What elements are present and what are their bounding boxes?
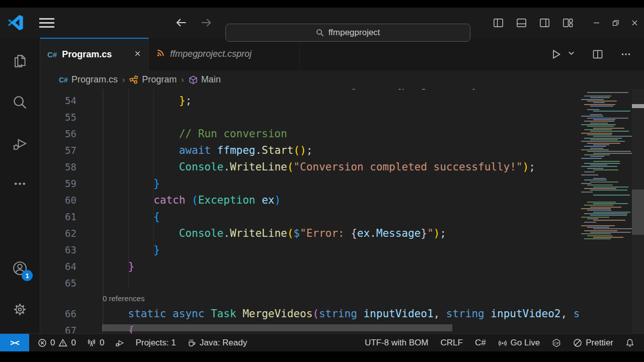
line-number[interactable]: 56 [40, 126, 103, 142]
files-icon [12, 53, 28, 69]
ports-status-item[interactable]: 0 [84, 334, 108, 351]
sidebar-item-explorer[interactable] [0, 47, 40, 75]
settings-gear-icon[interactable] [0, 295, 40, 323]
sidebar-item-run-debug[interactable] [0, 129, 40, 157]
code-line-text[interactable]: static async Task MergeVideos(string inp… [103, 306, 644, 322]
class-symbol-icon [129, 75, 138, 84]
line-number[interactable]: 62 [40, 225, 103, 242]
status-label: Go Live [511, 338, 540, 348]
java-status-status-item[interactable]: Java: Ready [184, 334, 251, 351]
close-tab-icon[interactable] [134, 49, 141, 60]
line-number[interactable]: 61 [40, 209, 103, 225]
restore-button[interactable] [606, 8, 625, 38]
csharp-extension-status-item[interactable]: C# [548, 334, 565, 351]
line-number[interactable]: 57 [40, 142, 103, 159]
language-status-item[interactable]: C# [471, 334, 490, 351]
line-number[interactable]: 59 [40, 175, 103, 192]
go-live-status-item[interactable]: Go Live [495, 334, 544, 351]
code-line-text[interactable] [103, 109, 644, 126]
code-line-text[interactable]: }; [103, 93, 644, 109]
sidebar-item-search[interactable] [0, 88, 40, 116]
line-number[interactable] [40, 89, 103, 93]
prettier-status-item[interactable]: Prettier [570, 334, 617, 351]
close-button[interactable] [625, 8, 644, 38]
line-number[interactable]: 54 [40, 93, 103, 109]
line-number[interactable]: 55 [40, 109, 103, 126]
search-value: ffmpegproject [329, 28, 380, 38]
more-views-icon[interactable] [0, 169, 40, 198]
code-line-text[interactable]: Console.WriteLine($"Progress: {progress:… [103, 89, 644, 93]
code-line-text[interactable]: // Run conversion [103, 126, 644, 142]
breadcrumb-item-class[interactable]: Program [129, 74, 177, 85]
customize-layout-icon[interactable] [562, 17, 574, 29]
code-editor[interactable]: Console.WriteLine($"Progress: {progress:… [40, 89, 644, 333]
menu-icon[interactable] [39, 18, 54, 28]
toggle-secondary-sidebar-icon[interactable] [539, 17, 550, 29]
warning-icon [58, 338, 67, 347]
overview-ruler-marker [632, 104, 644, 108]
debug-icon [12, 135, 28, 152]
tab-bar: C# Program.cs ffmpegproject.csproj [40, 38, 644, 70]
code-line-text[interactable]: Console.WriteLine($"Error: {ex.Message}"… [103, 225, 644, 242]
split-editor-icon[interactable] [592, 48, 604, 60]
title-bar: ffmpegproject [0, 8, 644, 38]
line-number[interactable]: 65 [40, 275, 103, 292]
status-bar: >< 000Projects: 1Java: Ready UTF-8 with … [0, 333, 644, 351]
minimize-button[interactable] [587, 8, 606, 38]
horizontal-scrollbar-thumb[interactable] [102, 324, 452, 331]
tab-label: ffmpegproject.csproj [170, 49, 252, 59]
search-icon [12, 94, 28, 111]
problems-status-item[interactable]: 00 [34, 334, 79, 351]
csharp-file-icon: C# [59, 76, 68, 84]
breadcrumb-item-method[interactable]: Main [189, 74, 221, 85]
forward-arrow-icon[interactable] [199, 16, 213, 30]
status-label: 0 [71, 338, 75, 348]
command-center-search[interactable]: ffmpegproject [225, 24, 470, 42]
vscode-logo-icon [8, 15, 24, 31]
eol-status-item[interactable]: CRLF [437, 334, 466, 351]
remote-indicator[interactable]: >< [0, 334, 29, 351]
debug-status-item[interactable] [112, 334, 128, 351]
chevron-right-icon: › [122, 75, 125, 84]
code-line-text[interactable]: { [103, 209, 644, 225]
encoding-status-item[interactable]: UTF-8 with BOM [361, 334, 432, 351]
code-line-text[interactable]: } [103, 175, 644, 192]
breadcrumb-item-file[interactable]: C# Program.cs [59, 74, 118, 85]
line-number[interactable]: 64 [40, 258, 103, 275]
tab-program-cs[interactable]: C# Program.cs [40, 38, 149, 70]
code-line-text[interactable]: await ffmpeg.Start(); [103, 142, 644, 159]
back-arrow-icon[interactable] [174, 16, 188, 30]
code-line-text[interactable] [103, 275, 644, 292]
csharp-file-icon: C# [47, 50, 57, 59]
vertical-scrollbar-thumb[interactable] [632, 190, 644, 235]
status-label: Prettier [586, 338, 613, 348]
notifications-status-item[interactable] [622, 334, 638, 351]
toggle-panel-icon[interactable] [516, 17, 527, 29]
code-lines: Console.WriteLine($"Progress: {progress:… [40, 89, 644, 333]
run-dropdown-chevron-icon[interactable] [567, 49, 576, 57]
line-number[interactable]: 67 [40, 322, 103, 333]
projects-status-item[interactable]: Projects: 1 [132, 334, 179, 351]
toggle-primary-sidebar-icon[interactable] [493, 17, 504, 29]
breadcrumb: C# Program.cs › Program › Main [40, 70, 644, 89]
broadcast-icon [498, 338, 507, 347]
line-number[interactable]: 63 [40, 242, 103, 258]
code-line-text[interactable]: } [103, 242, 644, 258]
code-line-text[interactable]: catch (Exception ex) [103, 192, 644, 209]
code-line-text[interactable]: Console.WriteLine("Conversion completed … [103, 159, 644, 175]
bell-icon [625, 338, 634, 347]
coffee-icon [187, 338, 196, 347]
vertical-scrollbar[interactable] [632, 89, 644, 333]
minimap[interactable] [579, 89, 632, 333]
line-number[interactable]: 66 [40, 306, 103, 322]
codelens-references[interactable]: 0 references [103, 292, 144, 306]
line-number[interactable]: 60 [40, 192, 103, 209]
status-label: Java: Ready [200, 338, 248, 348]
code-line-text[interactable]: } [103, 258, 644, 275]
accounts-icon[interactable]: 1 [0, 254, 40, 282]
line-number[interactable]: 58 [40, 159, 103, 175]
run-button[interactable] [550, 48, 562, 60]
editor-actions [550, 38, 644, 70]
more-actions-icon[interactable] [620, 48, 632, 60]
tab-csproj[interactable]: ffmpegproject.csproj [149, 38, 300, 70]
